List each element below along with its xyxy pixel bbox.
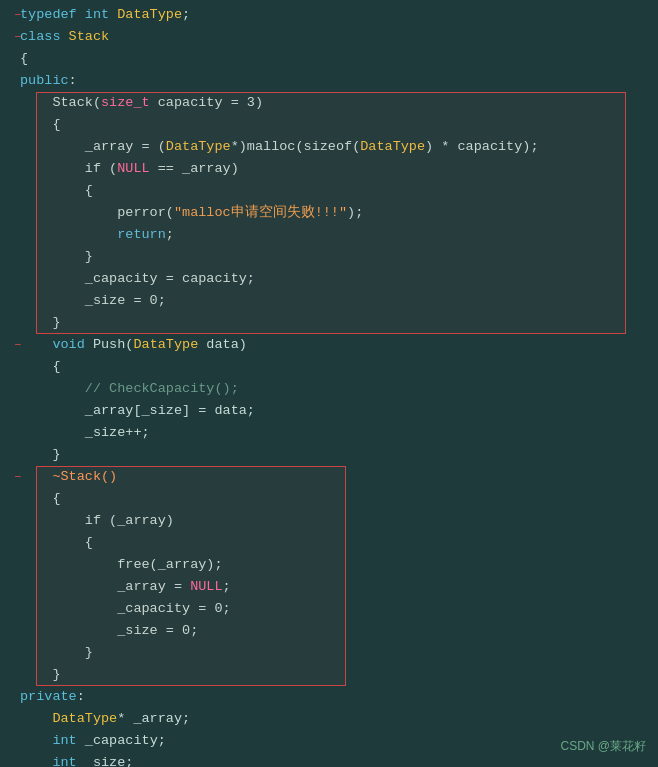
- code-line: }: [12, 642, 658, 664]
- code-line: –typedef int DataType;: [12, 4, 658, 26]
- token: class: [20, 29, 69, 44]
- code-text: ~Stack(): [20, 466, 650, 488]
- token: _size = 0;: [20, 623, 198, 638]
- token: ~Stack(): [20, 469, 117, 484]
- token: * _array;: [117, 711, 190, 726]
- token: DataType: [133, 337, 198, 352]
- code-text: {: [20, 48, 650, 70]
- code-text: int _size;: [20, 752, 650, 767]
- token: NULL: [117, 161, 149, 176]
- token: }: [20, 645, 93, 660]
- code-line: {: [12, 114, 658, 136]
- code-line: private:: [12, 686, 658, 708]
- token: :: [69, 73, 77, 88]
- token: == _array): [150, 161, 239, 176]
- token: {: [20, 117, 61, 132]
- code-line: – void Push(DataType data): [12, 334, 658, 356]
- code-text: private:: [20, 686, 650, 708]
- line-marker: –: [14, 4, 22, 26]
- token: ;: [223, 579, 231, 594]
- code-line: _capacity = capacity;: [12, 268, 658, 290]
- token: if (_array): [20, 513, 174, 528]
- line-marker: –: [14, 26, 22, 48]
- code-line: _size = 0;: [12, 620, 658, 642]
- code-line: _size = 0;: [12, 290, 658, 312]
- token: ;: [166, 227, 174, 242]
- code-line: return;: [12, 224, 658, 246]
- code-line: _array[_size] = data;: [12, 400, 658, 422]
- token: :: [77, 689, 85, 704]
- token: Stack: [69, 29, 110, 44]
- code-line: _capacity = 0;: [12, 598, 658, 620]
- code-text: {: [20, 488, 650, 510]
- code-line: // CheckCapacity();: [12, 378, 658, 400]
- token: }: [20, 447, 61, 462]
- code-text: _capacity = 0;: [20, 598, 650, 620]
- token: int: [85, 7, 117, 22]
- token: void: [20, 337, 93, 352]
- code-text: if (NULL == _array): [20, 158, 650, 180]
- code-text: }: [20, 664, 650, 686]
- code-text: // CheckCapacity();: [20, 378, 650, 400]
- code-text: {: [20, 532, 650, 554]
- code-text: DataType* _array;: [20, 708, 650, 730]
- code-line: {: [12, 488, 658, 510]
- code-text: void Push(DataType data): [20, 334, 650, 356]
- code-line: DataType* _array;: [12, 708, 658, 730]
- code-line: _array = (DataType*)malloc(sizeof(DataTy…: [12, 136, 658, 158]
- token: return: [20, 227, 166, 242]
- token: free(_array);: [20, 557, 223, 572]
- token: if (: [20, 161, 117, 176]
- token: int: [20, 733, 77, 748]
- token: private: [20, 689, 77, 704]
- code-text: free(_array);: [20, 554, 650, 576]
- code-line: }: [12, 444, 658, 466]
- code-line: if (_array): [12, 510, 658, 532]
- token: );: [347, 205, 363, 220]
- token: }: [20, 249, 93, 264]
- token: {: [20, 359, 61, 374]
- code-line: {: [12, 532, 658, 554]
- token: }: [20, 315, 61, 330]
- token: Push(: [93, 337, 134, 352]
- token: _array =: [20, 579, 190, 594]
- token: typedef: [20, 7, 85, 22]
- token: // CheckCapacity();: [20, 381, 239, 396]
- watermark: CSDN @莱花籽: [560, 735, 646, 757]
- code-text: _size = 0;: [20, 620, 650, 642]
- token: NULL: [190, 579, 222, 594]
- code-line: perror("malloc申请空间失败!!!");: [12, 202, 658, 224]
- code-line: _size++;: [12, 422, 658, 444]
- token: }: [20, 667, 61, 682]
- code-text: _array = NULL;: [20, 576, 650, 598]
- code-line: }: [12, 664, 658, 686]
- code-text: }: [20, 312, 650, 334]
- code-line: {: [12, 48, 658, 70]
- code-text: class Stack: [20, 26, 650, 48]
- token: perror(: [20, 205, 174, 220]
- code-editor: –typedef int DataType;–class Stack{publi…: [0, 0, 658, 767]
- code-text: Stack(size_t capacity = 3): [20, 92, 650, 114]
- code-text: _size = 0;: [20, 290, 650, 312]
- code-text: _capacity = capacity;: [20, 268, 650, 290]
- token: _size;: [77, 755, 134, 767]
- token: data): [198, 337, 247, 352]
- code-text: {: [20, 356, 650, 378]
- code-text: if (_array): [20, 510, 650, 532]
- token: ;: [182, 7, 190, 22]
- code-line: free(_array);: [12, 554, 658, 576]
- token: [20, 711, 52, 726]
- code-text: }: [20, 444, 650, 466]
- token: ) * capacity);: [425, 139, 538, 154]
- line-marker: –: [14, 334, 22, 356]
- line-marker: –: [14, 466, 22, 488]
- code-line: }: [12, 312, 658, 334]
- token: "malloc申请空间失败!!!": [174, 205, 347, 220]
- token: DataType: [117, 7, 182, 22]
- token: int: [20, 755, 77, 767]
- token: _capacity;: [77, 733, 166, 748]
- token: DataType: [166, 139, 231, 154]
- token: _size++;: [20, 425, 150, 440]
- code-line: – ~Stack(): [12, 466, 658, 488]
- token: DataType: [52, 711, 117, 726]
